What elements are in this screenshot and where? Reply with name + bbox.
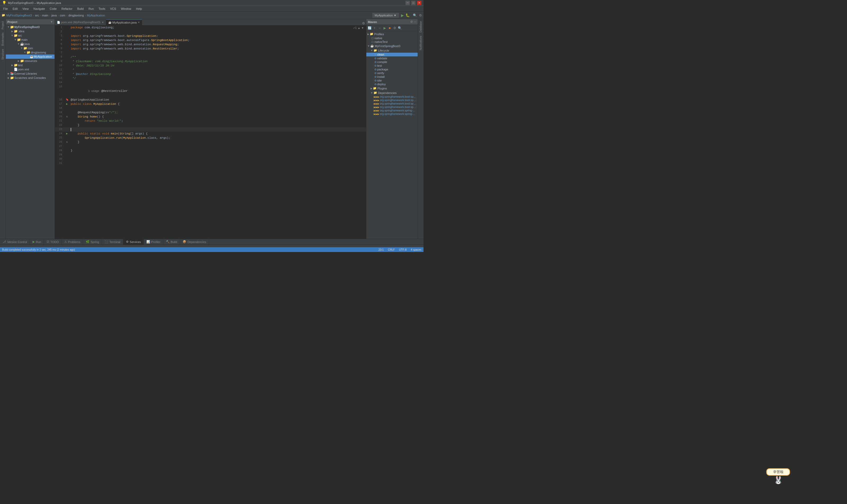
- maven-lifecycle-install[interactable]: ⚙ install: [366, 75, 418, 78]
- maven-settings-icon[interactable]: ⚙: [410, 20, 413, 23]
- code-line-20: 20 ◎ String home() {: [55, 114, 366, 119]
- menu-item-build[interactable]: Build: [75, 6, 86, 11]
- tree-item-root[interactable]: ▼ 📁 MyFirstSpringBoot3: [6, 25, 55, 29]
- run-tab[interactable]: ▶ Run: [30, 239, 44, 245]
- tree-item-scratches[interactable]: ▶ 📁 Scratches and Consoles: [6, 76, 55, 80]
- tab-myapplication[interactable]: ☕ MyApplication.java ✕: [106, 19, 142, 25]
- maven-lifecycle-site[interactable]: ⚙ site: [366, 78, 418, 82]
- tree-item-resources[interactable]: ▶ 📁 resources: [6, 59, 55, 63]
- scroll-up-arrow[interactable]: ▲: [358, 26, 360, 30]
- maven-settings2-btn[interactable]: ⚙: [393, 26, 397, 30]
- maven-plugins-header[interactable]: ▶ 📁 Plugins: [366, 86, 418, 91]
- line-gutter-23: [64, 127, 70, 131]
- tree-item-main[interactable]: ▼ 📁 main: [6, 38, 55, 42]
- breadcrumb-part-6[interactable]: dingjiaxiong: [68, 14, 84, 17]
- services-tab[interactable]: ⚙ Services: [123, 239, 144, 245]
- tree-item-dingjiaxiong[interactable]: ▼ 📁 dingjiaxiong: [6, 50, 55, 55]
- maven-remove-btn[interactable]: −: [377, 26, 382, 30]
- version-control-tab[interactable]: ⎇ Version Control: [0, 239, 30, 245]
- maven-lifecycle-compile[interactable]: ⚙ compile: [366, 60, 418, 64]
- maven-refresh-btn[interactable]: 🔄: [367, 26, 372, 30]
- terminal-tab[interactable]: ⬛ Terminal: [102, 239, 123, 245]
- menu-item-edit[interactable]: Edit: [11, 6, 20, 11]
- structure-tab[interactable]: Structure: [1, 48, 5, 61]
- run-configs-dropdown[interactable]: MyApplication ▼: [373, 13, 399, 18]
- breadcrumb-part-1[interactable]: MyFirstSpringBoot3: [6, 14, 32, 17]
- tab-close-pom[interactable]: ✕: [102, 21, 104, 24]
- breadcrumb-part-3[interactable]: main: [42, 14, 49, 17]
- breadcrumb-part-7[interactable]: MyApplication: [87, 14, 105, 17]
- tree-item-java[interactable]: ▼ ☕ java: [6, 42, 55, 46]
- tree-item-myapplication[interactable]: ▶ ☕ MyApplication: [6, 55, 55, 59]
- close-button[interactable]: ✕: [417, 1, 421, 5]
- tab-pomxml[interactable]: 📄 pom.xml (MyFirstSpringBoot3) ✕: [55, 19, 106, 25]
- encoding-indicator: UTF-8: [399, 248, 407, 251]
- minimize-button[interactable]: ─: [406, 1, 410, 5]
- menu-item-window[interactable]: Window: [119, 6, 133, 11]
- maximize-button[interactable]: □: [411, 1, 416, 5]
- spring-tab[interactable]: 🌿 Spring: [83, 239, 102, 245]
- maven-dep-4[interactable]: ▶▶▶ org.springframework.boot:spring-boot…: [366, 105, 418, 109]
- maven-lifecycle-header[interactable]: ▼ 📁 Lifecycle: [366, 48, 418, 53]
- todo-tab[interactable]: ☑ TODO: [44, 239, 62, 245]
- menu-item-vcs[interactable]: VCS: [108, 6, 118, 11]
- breadcrumb-part-2[interactable]: src: [35, 14, 39, 17]
- maven-lifecycle-package[interactable]: ⚙ package: [366, 68, 418, 71]
- settings-button[interactable]: ⚙: [419, 14, 422, 17]
- menu-item-view[interactable]: View: [20, 6, 31, 11]
- maven-stop-btn[interactable]: ■: [388, 26, 392, 30]
- maven-run-btn[interactable]: ▶: [382, 26, 387, 30]
- maven-dep-3[interactable]: ▶▶▶ org.springframework.boot:spring-boot…: [366, 102, 418, 105]
- tree-item-src[interactable]: ▼ 📁 src: [6, 33, 55, 38]
- menu-item-help[interactable]: Help: [134, 6, 144, 11]
- menu-item-file[interactable]: File: [1, 6, 10, 11]
- dependencies-tab[interactable]: 📦 Dependencies: [180, 239, 209, 245]
- maven-lifecycle-validate[interactable]: ⚙ validate: [366, 56, 418, 60]
- maven-dep-6[interactable]: ▶▶▶ org.springframework:spring-webmvc:6.…: [366, 112, 418, 116]
- breadcrumb-part-5[interactable]: com: [60, 14, 66, 17]
- tree-item-test[interactable]: ▶ 📁 test: [6, 63, 55, 67]
- maven-lifecycle-test[interactable]: ⚙ test: [366, 64, 418, 68]
- line-gutter-1: [64, 25, 70, 30]
- debug-button[interactable]: 🐛: [406, 13, 410, 17]
- maven-profile-native[interactable]: □ native: [366, 36, 418, 40]
- problems-tab[interactable]: ⚠ Problems: [62, 239, 83, 245]
- maven-lifecycle-clean[interactable]: ⚙ clean: [366, 53, 418, 56]
- menu-item-run[interactable]: Run: [86, 6, 96, 11]
- search-everywhere-button[interactable]: 🔍: [413, 14, 417, 17]
- menu-item-refactor[interactable]: Refactor: [59, 6, 75, 11]
- tree-item-com[interactable]: ▼ 📁 com: [6, 46, 55, 50]
- menu-item-tools[interactable]: Tools: [96, 6, 107, 11]
- tab-close-myapp[interactable]: ✕: [138, 21, 140, 24]
- code-editor[interactable]: 1 package com.dingjiaxiong; 2 3 import o…: [55, 25, 366, 239]
- notifications-tab[interactable]: Notifications: [419, 35, 423, 51]
- maven-profiles-header[interactable]: ▶ 📁 Profiles: [366, 32, 418, 36]
- breadcrumb-part-4[interactable]: java: [51, 14, 57, 17]
- maven-dep-2[interactable]: ▶▶▶ org.springframework.boot:spring-boot…: [366, 98, 418, 102]
- maven-dep-5[interactable]: ▶▶▶ org.springframework:spring-web:6.0.2: [366, 109, 418, 112]
- maven-add-btn[interactable]: +: [373, 26, 377, 30]
- editor-settings-icon[interactable]: ⚙: [362, 21, 365, 25]
- maven-profile-nativetest[interactable]: □ nativeTest: [366, 40, 418, 44]
- maven-lifecycle-verify[interactable]: ⚙ verify: [366, 71, 418, 75]
- maven-collapse-icon[interactable]: ─: [414, 20, 416, 23]
- run-button[interactable]: ▶: [401, 13, 404, 17]
- bookmarks-tab[interactable]: Bookmarks: [1, 32, 5, 47]
- maven-lifecycle-deploy[interactable]: ⚙ deploy: [366, 82, 418, 86]
- profiler-tab[interactable]: 📊 Profiler: [144, 239, 163, 245]
- maven-search-btn[interactable]: 🔍: [398, 26, 402, 30]
- build-tab[interactable]: 🔨 Build: [163, 239, 180, 245]
- scroll-down-arrow[interactable]: ▼: [361, 26, 364, 30]
- maven-dep-1[interactable]: ▶▶▶ org.springframework.boot:spring-boot…: [366, 95, 418, 98]
- menu-item-code[interactable]: Code: [48, 6, 59, 11]
- menu-item-navigate[interactable]: Navigate: [31, 6, 47, 11]
- tree-item-external-libs[interactable]: ▶ 📚 External Libraries: [6, 71, 55, 76]
- profiler-icon: 📊: [146, 240, 150, 244]
- database-tab[interactable]: Database: [419, 20, 423, 34]
- line-num-2: 2: [55, 30, 64, 34]
- maven-project-header[interactable]: ▼ ☕ MyFirstSpringBoot3: [366, 44, 418, 48]
- tree-item-idea[interactable]: ▶ 📁 .idea: [6, 29, 55, 33]
- maven-dependencies-header[interactable]: ▼ 📁 Dependencies: [366, 91, 418, 95]
- tree-item-pomxml[interactable]: ▶ 📄 pom.xml: [6, 67, 55, 71]
- project-tab[interactable]: Project: [1, 20, 5, 31]
